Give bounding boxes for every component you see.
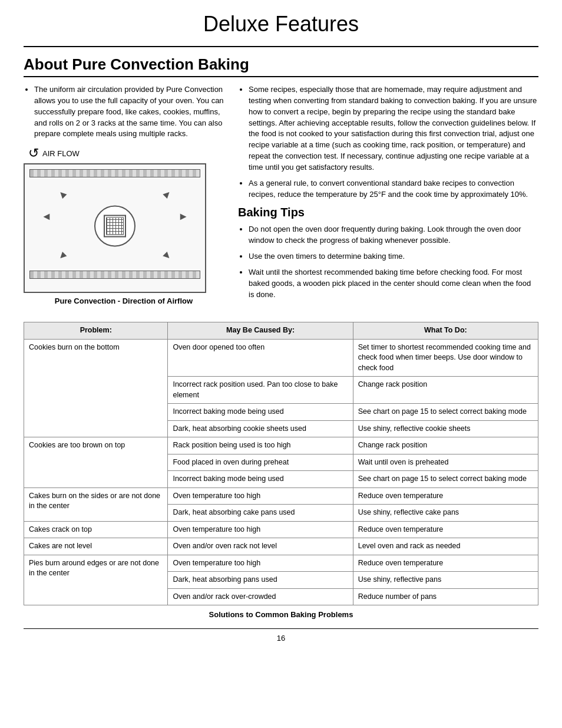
- solution-cell: Reduce oven temperature: [353, 521, 538, 538]
- baking-tips-list: Do not open the oven door frequently dur…: [238, 224, 538, 300]
- airflow-icon: ↺: [28, 146, 39, 161]
- solution-cell: Set timer to shortest recommended cookin…: [353, 339, 538, 377]
- table-row: Cakes are not levelOven and/or oven rack…: [24, 538, 538, 555]
- oven-top-bar: [29, 169, 200, 177]
- content-columns: The uniform air circulation provided by …: [24, 84, 538, 311]
- cause-cell: Incorrect baking mode being used: [168, 404, 353, 421]
- solution-cell: Use shiny, reflective cookie sheets: [353, 420, 538, 437]
- solution-cell: See chart on page 15 to select correct b…: [353, 404, 538, 421]
- oven-diagram: ◄ ► ▲ ▲ ▲ ▲: [24, 163, 206, 293]
- col-header-problem: Problem:: [24, 322, 168, 340]
- cause-cell: Dark, heat absorbing cake pans used: [168, 505, 353, 522]
- arrow-bottom-right: ▲: [159, 248, 175, 264]
- baking-tip-3: Wait until the shortest recommended baki…: [249, 267, 538, 301]
- solution-cell: Level oven and rack as needed: [353, 538, 538, 555]
- table-row: Pies burn around edges or are not done i…: [24, 555, 538, 572]
- solution-cell: Reduce oven temperature: [353, 487, 538, 505]
- right-bullet-list: Some recipes, especially those that are …: [238, 84, 538, 200]
- left-bullet-1: The uniform air circulation provided by …: [34, 84, 224, 140]
- table-footer: Solutions to Common Baking Problems: [24, 610, 538, 619]
- cause-cell: Food placed in oven during preheat: [168, 454, 353, 471]
- section-title: About Pure Convection Baking: [24, 55, 538, 77]
- arrow-left: ◄: [41, 210, 52, 223]
- arrow-bottom-left: ▲: [54, 248, 70, 264]
- page: Deluxe Features About Pure Convection Ba…: [0, 0, 562, 728]
- arrow-top-left: ▲: [54, 186, 70, 202]
- fan-grid: [106, 218, 124, 235]
- fan-circle: [94, 206, 135, 247]
- col-header-cause: May Be Caused By:: [168, 322, 353, 340]
- header-rule: [24, 46, 538, 47]
- problem-cell: Cakes are not level: [24, 538, 168, 555]
- cause-cell: Oven temperature too high: [168, 521, 353, 538]
- table-header-row: Problem: May Be Caused By: What To Do:: [24, 322, 538, 340]
- cause-cell: Incorrect baking mode being used: [168, 471, 353, 488]
- problem-cell: Cookies burn on the bottom: [24, 339, 168, 437]
- airflow-label-container: ↺ AIR FLOW: [28, 146, 224, 161]
- solution-cell: Wait until oven is preheated: [353, 454, 538, 471]
- table-row: Cookies burn on the bottomOven door open…: [24, 339, 538, 377]
- solution-cell: Reduce number of pans: [353, 588, 538, 605]
- cause-cell: Oven temperature too high: [168, 487, 353, 505]
- cause-cell: Oven and/or rack over-crowded: [168, 588, 353, 605]
- left-column: The uniform air circulation provided by …: [24, 84, 224, 311]
- oven-bottom-bar: [29, 271, 200, 279]
- arrow-right: ►: [178, 210, 189, 223]
- cause-cell: Dark, heat absorbing cookie sheets used: [168, 420, 353, 437]
- solution-cell: Use shiny, reflective pans: [353, 572, 538, 589]
- airflow-label-text: AIR FLOW: [42, 149, 80, 158]
- solution-cell: Reduce oven temperature: [353, 555, 538, 572]
- problem-cell: Cakes crack on top: [24, 521, 168, 538]
- solution-cell: Change rack position: [353, 437, 538, 454]
- solution-cell: Change rack position: [353, 377, 538, 404]
- cause-cell: Oven door opened too often: [168, 339, 353, 377]
- right-bullet-1: Some recipes, especially those that are …: [249, 84, 538, 173]
- baking-tips-title: Baking Tips: [238, 206, 538, 219]
- cause-cell: Dark, heat absorbing pans used: [168, 572, 353, 589]
- cause-cell: Oven and/or oven rack not level: [168, 538, 353, 555]
- diagram-caption: Pure Convection - Direction of Airflow: [24, 297, 224, 305]
- table-row: Cakes burn on the sides or are not done …: [24, 487, 538, 505]
- page-number: 16: [24, 628, 538, 643]
- problem-cell: Cookies are too brown on top: [24, 437, 168, 488]
- cause-cell: Rack position being used is too high: [168, 437, 353, 454]
- baking-tip-2: Use the oven timers to determine baking …: [249, 251, 538, 262]
- table-row: Cakes crack on topOven temperature too h…: [24, 521, 538, 538]
- table-row: Cookies are too brown on topRack positio…: [24, 437, 538, 454]
- problem-cell: Pies burn around edges or are not done i…: [24, 555, 168, 605]
- solution-cell: Use shiny, reflective cake pans: [353, 505, 538, 522]
- left-bullet-list: The uniform air circulation provided by …: [24, 84, 224, 140]
- col-header-solution: What To Do:: [353, 322, 538, 340]
- baking-tip-1: Do not open the oven door frequently dur…: [249, 224, 538, 246]
- cause-cell: Oven temperature too high: [168, 555, 353, 572]
- baking-table: Problem: May Be Caused By: What To Do: C…: [24, 322, 538, 605]
- arrow-top-right: ▲: [159, 186, 175, 202]
- cause-cell: Incorrect rack position used. Pan too cl…: [168, 377, 353, 404]
- right-bullet-2: As a general rule, to convert convention…: [249, 178, 538, 200]
- problem-cell: Cakes burn on the sides or are not done …: [24, 487, 168, 521]
- right-column: Some recipes, especially those that are …: [238, 84, 538, 311]
- solution-cell: See chart on page 15 to select correct b…: [353, 471, 538, 488]
- fan-inner: [104, 215, 126, 238]
- page-title: Deluxe Features: [24, 12, 538, 37]
